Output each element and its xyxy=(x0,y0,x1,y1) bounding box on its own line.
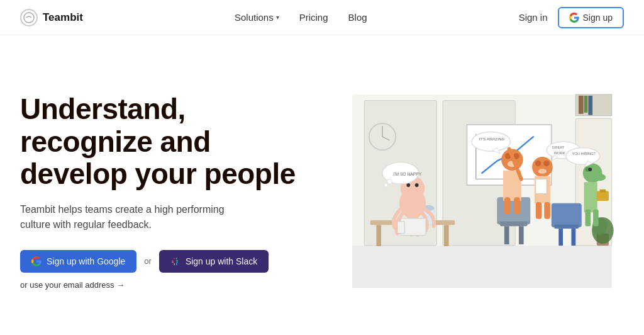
svg-point-49 xyxy=(384,183,388,187)
logo-icon xyxy=(20,9,38,26)
svg-rect-35 xyxy=(519,226,524,244)
svg-rect-34 xyxy=(504,226,509,244)
svg-rect-67 xyxy=(536,179,547,193)
signup-google-button[interactable]: Sign up with Google xyxy=(20,250,136,273)
svg-rect-5 xyxy=(172,261,174,263)
svg-rect-17 xyxy=(588,96,592,115)
main-content: Understand, recognize and develop your p… xyxy=(0,35,644,335)
svg-point-77 xyxy=(588,168,592,171)
hero-subheadline: Teambit helps teams create a high perfor… xyxy=(20,202,253,232)
svg-rect-79 xyxy=(597,191,609,201)
google-icon xyxy=(31,256,42,266)
svg-rect-40 xyxy=(571,229,575,246)
svg-text:I'M SO HAPPY: I'M SO HAPPY xyxy=(393,172,421,176)
svg-rect-4 xyxy=(176,258,177,259)
logo[interactable]: Teambit xyxy=(20,9,83,26)
nav-pricing[interactable]: Pricing xyxy=(299,12,328,23)
svg-point-83 xyxy=(566,147,600,164)
svg-rect-36 xyxy=(497,197,530,221)
navbar: Teambit Solutions ▾ Pricing Blog Sign in… xyxy=(0,0,644,35)
nav-solutions[interactable]: Solutions ▾ xyxy=(235,12,279,23)
svg-rect-78 xyxy=(584,182,597,212)
cta-row: Sign up with Google or Sign up with Slac… xyxy=(20,250,322,273)
svg-text:GREAT: GREAT xyxy=(552,145,565,149)
nav-links: Solutions ▾ Pricing Blog xyxy=(235,12,367,23)
svg-point-0 xyxy=(24,13,34,23)
svg-rect-39 xyxy=(558,229,563,246)
svg-rect-10 xyxy=(352,246,612,288)
svg-point-64 xyxy=(543,161,550,167)
email-signup-link[interactable]: or use your email address → xyxy=(20,280,322,290)
chevron-down-icon: ▾ xyxy=(276,14,279,21)
svg-rect-1 xyxy=(172,260,174,261)
svg-rect-69 xyxy=(544,202,550,219)
svg-point-63 xyxy=(535,161,541,167)
svg-rect-81 xyxy=(586,209,591,226)
svg-rect-46 xyxy=(397,222,405,234)
svg-rect-82 xyxy=(593,209,599,226)
svg-rect-16 xyxy=(584,96,588,113)
svg-rect-58 xyxy=(514,197,520,214)
sign-in-link[interactable]: Sign in xyxy=(519,12,548,23)
left-panel: Understand, recognize and develop your p… xyxy=(20,35,322,335)
svg-text:WORK: WORK xyxy=(554,151,565,155)
svg-rect-3 xyxy=(176,260,178,261)
hero-illustration: I'M SO HAPPY IT'S AMAZING xyxy=(322,35,624,335)
nav-actions: Sign in Sign up xyxy=(519,7,624,28)
svg-rect-8 xyxy=(176,263,177,265)
svg-rect-28 xyxy=(376,225,381,246)
svg-rect-33 xyxy=(500,222,527,227)
svg-text:IT'S AMAZING: IT'S AMAZING xyxy=(479,137,505,141)
svg-point-75 xyxy=(594,174,606,181)
svg-rect-15 xyxy=(579,96,584,114)
svg-rect-38 xyxy=(555,224,579,229)
svg-point-43 xyxy=(406,183,410,187)
svg-point-65 xyxy=(538,169,547,174)
svg-point-44 xyxy=(415,183,419,187)
nav-sign-up-button[interactable]: Sign up xyxy=(558,7,624,28)
svg-point-62 xyxy=(532,157,553,178)
signup-slack-button[interactable]: Sign up with Slack xyxy=(159,250,269,273)
svg-rect-2 xyxy=(174,258,175,259)
slack-icon xyxy=(170,256,180,266)
or-separator: or xyxy=(144,256,152,266)
google-g-icon xyxy=(569,13,579,23)
svg-rect-57 xyxy=(504,197,511,214)
svg-point-48 xyxy=(387,179,392,184)
svg-rect-80 xyxy=(600,190,606,193)
svg-rect-6 xyxy=(174,263,175,265)
svg-text:YOU HIRING?: YOU HIRING? xyxy=(572,152,595,156)
svg-rect-7 xyxy=(176,261,178,263)
illustration-panel: I'M SO HAPPY IT'S AMAZING xyxy=(322,35,624,335)
svg-rect-29 xyxy=(444,225,449,246)
logo-text: Teambit xyxy=(43,11,83,24)
svg-point-59 xyxy=(472,132,510,152)
svg-rect-68 xyxy=(536,202,542,219)
nav-blog[interactable]: Blog xyxy=(348,12,367,23)
svg-rect-37 xyxy=(552,203,582,227)
hero-headline: Understand, recognize and develop your p… xyxy=(20,93,322,191)
